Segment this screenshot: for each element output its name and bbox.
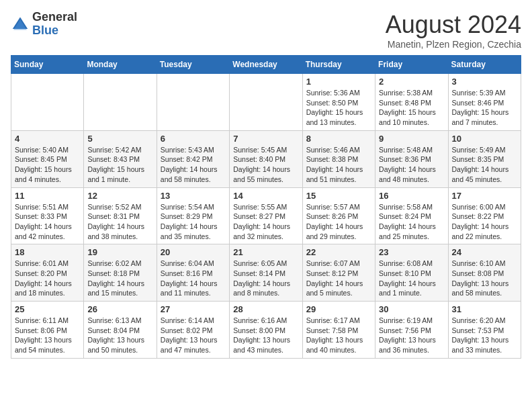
calendar-cell: [157, 74, 229, 131]
day-info: Sunrise: 6:17 AM Sunset: 7:58 PM Dayligh…: [306, 316, 371, 355]
day-info: Sunrise: 5:57 AM Sunset: 8:26 PM Dayligh…: [306, 202, 371, 242]
page-header: General Blue August 2024 Manetin, Plzen …: [11, 11, 521, 50]
day-info: Sunrise: 5:49 AM Sunset: 8:35 PM Dayligh…: [452, 145, 517, 185]
day-number: 7: [233, 134, 298, 144]
day-number: 26: [87, 304, 152, 314]
month-title: August 2024: [386, 11, 521, 39]
day-info: Sunrise: 6:07 AM Sunset: 8:12 PM Dayligh…: [306, 259, 371, 298]
calendar-cell: 18Sunrise: 6:01 AM Sunset: 8:20 PM Dayli…: [11, 244, 84, 302]
day-info: Sunrise: 5:46 AM Sunset: 8:38 PM Dayligh…: [306, 145, 371, 185]
calendar-cell: 6Sunrise: 5:43 AM Sunset: 8:42 PM Daylig…: [157, 130, 229, 187]
day-info: Sunrise: 5:39 AM Sunset: 8:46 PM Dayligh…: [452, 88, 517, 128]
day-info: Sunrise: 5:36 AM Sunset: 8:50 PM Dayligh…: [306, 88, 371, 128]
day-info: Sunrise: 6:20 AM Sunset: 7:53 PM Dayligh…: [452, 316, 517, 355]
calendar-cell: 9Sunrise: 5:48 AM Sunset: 8:36 PM Daylig…: [375, 130, 448, 187]
calendar-cell: 7Sunrise: 5:45 AM Sunset: 8:40 PM Daylig…: [230, 130, 302, 187]
day-info: Sunrise: 6:08 AM Sunset: 8:10 PM Dayligh…: [379, 259, 444, 298]
day-number: 21: [233, 247, 298, 257]
day-info: Sunrise: 5:55 AM Sunset: 8:27 PM Dayligh…: [233, 202, 298, 242]
day-number: 24: [452, 247, 517, 257]
calendar-header-row: SundayMondayTuesdayWednesdayThursdayFrid…: [11, 56, 521, 74]
calendar-cell: 21Sunrise: 6:05 AM Sunset: 8:14 PM Dayli…: [230, 244, 302, 302]
day-number: 1: [306, 77, 371, 87]
logo-blue-text: Blue: [32, 24, 58, 37]
day-info: Sunrise: 5:42 AM Sunset: 8:43 PM Dayligh…: [87, 145, 152, 185]
calendar-cell: 19Sunrise: 6:02 AM Sunset: 8:18 PM Dayli…: [84, 244, 157, 302]
calendar-cell: 10Sunrise: 5:49 AM Sunset: 8:35 PM Dayli…: [448, 130, 521, 187]
day-info: Sunrise: 6:16 AM Sunset: 8:00 PM Dayligh…: [233, 316, 298, 355]
calendar-cell: [11, 74, 84, 131]
day-info: Sunrise: 6:04 AM Sunset: 8:16 PM Dayligh…: [161, 259, 226, 298]
day-info: Sunrise: 5:48 AM Sunset: 8:36 PM Dayligh…: [379, 145, 444, 185]
calendar-cell: 30Sunrise: 6:19 AM Sunset: 7:56 PM Dayli…: [375, 302, 448, 359]
day-number: 3: [452, 77, 517, 87]
day-number: 22: [306, 247, 371, 257]
column-header-wednesday: Wednesday: [230, 56, 302, 74]
calendar-cell: 11Sunrise: 5:51 AM Sunset: 8:33 PM Dayli…: [11, 187, 84, 244]
calendar-week-row: 11Sunrise: 5:51 AM Sunset: 8:33 PM Dayli…: [11, 187, 521, 244]
day-info: Sunrise: 6:02 AM Sunset: 8:18 PM Dayligh…: [87, 259, 152, 298]
calendar-week-row: 1Sunrise: 5:36 AM Sunset: 8:50 PM Daylig…: [11, 74, 521, 131]
day-info: Sunrise: 5:54 AM Sunset: 8:29 PM Dayligh…: [161, 202, 226, 242]
calendar-cell: 13Sunrise: 5:54 AM Sunset: 8:29 PM Dayli…: [157, 187, 229, 244]
column-header-friday: Friday: [375, 56, 448, 74]
day-info: Sunrise: 6:10 AM Sunset: 8:08 PM Dayligh…: [452, 259, 517, 298]
day-number: 12: [87, 191, 152, 201]
day-info: Sunrise: 6:13 AM Sunset: 8:04 PM Dayligh…: [87, 316, 152, 355]
calendar-cell: 16Sunrise: 5:58 AM Sunset: 8:24 PM Dayli…: [375, 187, 448, 244]
calendar-week-row: 4Sunrise: 5:40 AM Sunset: 8:45 PM Daylig…: [11, 130, 521, 187]
day-info: Sunrise: 6:14 AM Sunset: 8:02 PM Dayligh…: [161, 316, 226, 355]
column-header-saturday: Saturday: [448, 56, 521, 74]
calendar-cell: [230, 74, 302, 131]
column-header-tuesday: Tuesday: [157, 56, 229, 74]
day-number: 11: [15, 191, 80, 201]
calendar-cell: 27Sunrise: 6:14 AM Sunset: 8:02 PM Dayli…: [157, 302, 229, 359]
day-number: 16: [379, 191, 444, 201]
day-number: 8: [306, 134, 371, 144]
day-number: 17: [452, 191, 517, 201]
calendar-cell: 31Sunrise: 6:20 AM Sunset: 7:53 PM Dayli…: [448, 302, 521, 359]
calendar-cell: 20Sunrise: 6:04 AM Sunset: 8:16 PM Dayli…: [157, 244, 229, 302]
logo-icon: [11, 15, 30, 34]
location-text: Manetin, Plzen Region, Czechia: [386, 39, 521, 50]
calendar-cell: 14Sunrise: 5:55 AM Sunset: 8:27 PM Dayli…: [230, 187, 302, 244]
calendar-cell: 2Sunrise: 5:38 AM Sunset: 8:48 PM Daylig…: [375, 74, 448, 131]
title-block: August 2024 Manetin, Plzen Region, Czech…: [386, 11, 521, 50]
calendar-cell: 15Sunrise: 5:57 AM Sunset: 8:26 PM Dayli…: [302, 187, 375, 244]
column-header-sunday: Sunday: [11, 56, 84, 74]
calendar-cell: 17Sunrise: 6:00 AM Sunset: 8:22 PM Dayli…: [448, 187, 521, 244]
day-info: Sunrise: 6:19 AM Sunset: 7:56 PM Dayligh…: [379, 316, 444, 355]
day-info: Sunrise: 5:43 AM Sunset: 8:42 PM Dayligh…: [161, 145, 226, 185]
day-number: 27: [161, 304, 226, 314]
day-number: 18: [15, 247, 80, 257]
day-number: 25: [15, 304, 80, 314]
calendar-cell: [84, 74, 157, 131]
calendar-week-row: 25Sunrise: 6:11 AM Sunset: 8:06 PM Dayli…: [11, 302, 521, 359]
calendar-cell: 8Sunrise: 5:46 AM Sunset: 8:38 PM Daylig…: [302, 130, 375, 187]
calendar-cell: 3Sunrise: 5:39 AM Sunset: 8:46 PM Daylig…: [448, 74, 521, 131]
day-number: 20: [161, 247, 226, 257]
day-info: Sunrise: 5:51 AM Sunset: 8:33 PM Dayligh…: [15, 202, 80, 242]
day-number: 30: [379, 304, 444, 314]
day-number: 31: [452, 304, 517, 314]
day-number: 5: [87, 134, 152, 144]
column-header-monday: Monday: [84, 56, 157, 74]
day-number: 19: [87, 247, 152, 257]
day-info: Sunrise: 5:45 AM Sunset: 8:40 PM Dayligh…: [233, 145, 298, 185]
day-number: 9: [379, 134, 444, 144]
calendar-cell: 28Sunrise: 6:16 AM Sunset: 8:00 PM Dayli…: [230, 302, 302, 359]
day-number: 4: [15, 134, 80, 144]
logo: General Blue: [11, 11, 77, 38]
column-header-thursday: Thursday: [302, 56, 375, 74]
calendar-cell: 23Sunrise: 6:08 AM Sunset: 8:10 PM Dayli…: [375, 244, 448, 302]
logo-general-text: General: [32, 10, 77, 24]
calendar-cell: 5Sunrise: 5:42 AM Sunset: 8:43 PM Daylig…: [84, 130, 157, 187]
day-info: Sunrise: 5:58 AM Sunset: 8:24 PM Dayligh…: [379, 202, 444, 242]
day-number: 28: [233, 304, 298, 314]
day-number: 23: [379, 247, 444, 257]
calendar-week-row: 18Sunrise: 6:01 AM Sunset: 8:20 PM Dayli…: [11, 244, 521, 302]
day-info: Sunrise: 6:00 AM Sunset: 8:22 PM Dayligh…: [452, 202, 517, 242]
day-info: Sunrise: 5:52 AM Sunset: 8:31 PM Dayligh…: [87, 202, 152, 242]
day-number: 13: [161, 191, 226, 201]
day-number: 29: [306, 304, 371, 314]
